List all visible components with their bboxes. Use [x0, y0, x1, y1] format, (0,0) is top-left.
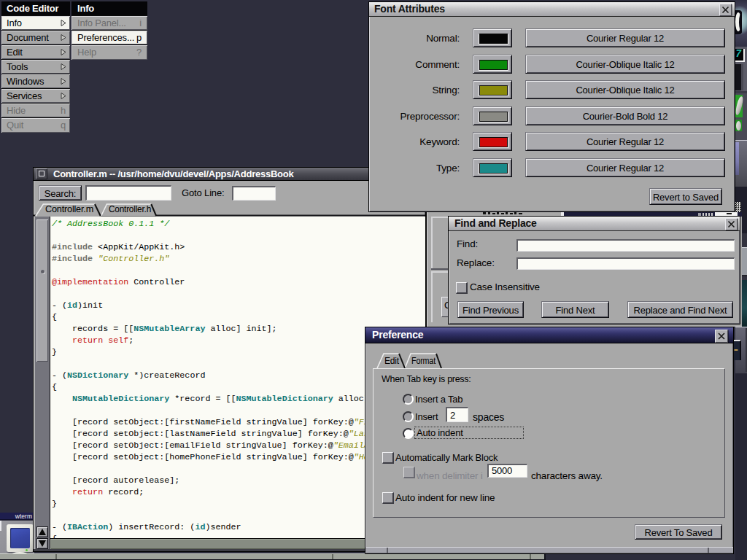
svg-text:Format: Format — [411, 355, 436, 366]
svg-text:Controller.h: Controller.h — [109, 204, 151, 214]
svg-text:Edit: Edit — [384, 355, 400, 366]
svg-text:Controller.m: Controller.m — [45, 204, 93, 214]
